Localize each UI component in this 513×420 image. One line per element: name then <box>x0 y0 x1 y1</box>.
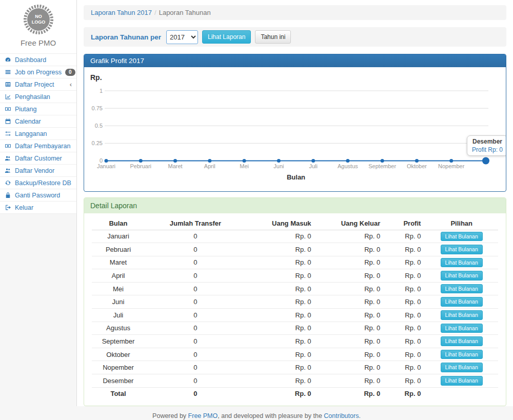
cell-uang-keluar: Rp. 0 <box>315 309 385 322</box>
sidebar-item-keluar[interactable]: Keluar <box>0 202 76 214</box>
cell-profit: Rp. 0 <box>384 374 425 388</box>
table-row: Januari0Rp. 0Rp. 0Rp. 0Lihat Bulanan <box>92 230 498 243</box>
lihat-bulanan-button[interactable]: Lihat Bulanan <box>441 284 483 294</box>
cell-uang-keluar: Rp. 0 <box>315 335 385 348</box>
table-row: April0Rp. 0Rp. 0Rp. 0Lihat Bulanan <box>92 269 498 283</box>
cell-uang-masuk: Rp. 0 <box>246 335 315 348</box>
table-row: September0Rp. 0Rp. 0Rp. 0Lihat Bulanan <box>92 335 498 348</box>
cell-jumlah-transfer: 0 <box>145 243 246 256</box>
cell-pilihan: Lihat Bulanan <box>425 348 498 361</box>
total-uang-masuk: Rp. 0 <box>246 387 315 399</box>
cell-profit: Rp. 0 <box>384 322 425 335</box>
cell-uang-keluar: Rp. 0 <box>315 322 385 335</box>
footer: Powered by Free PMO, and developed with … <box>0 406 513 420</box>
sidebar-item-label: Daftar Project <box>15 81 54 88</box>
lihat-bulanan-button[interactable]: Lihat Bulanan <box>441 271 483 281</box>
total-pilihan-empty <box>425 387 498 399</box>
lihat-bulanan-button[interactable]: Lihat Bulanan <box>441 297 483 307</box>
cell-pilihan: Lihat Bulanan <box>425 269 498 283</box>
tahun-ini-button[interactable]: Tahun ini <box>255 30 291 44</box>
svg-text:Oktober: Oktober <box>407 163 427 169</box>
table-row: Desember0Rp. 0Rp. 0Rp. 0Lihat Bulanan <box>92 374 498 388</box>
sidebar-item-label: Keluar <box>15 204 33 211</box>
refresh-icon <box>5 179 11 186</box>
cell-uang-keluar: Rp. 0 <box>315 348 385 361</box>
cell-bulan: Oktober <box>92 348 145 361</box>
cell-jumlah-transfer: 0 <box>145 256 246 269</box>
table-row: Mei0Rp. 0Rp. 0Rp. 0Lihat Bulanan <box>92 282 498 295</box>
sidebar-item-dashboard[interactable]: Dashboard <box>0 54 76 66</box>
cell-uang-keluar: Rp. 0 <box>315 243 385 256</box>
sidebar-item-job-on-progress[interactable]: Job on Progress0 <box>0 66 76 78</box>
sidebar-item-label: Ganti Password <box>15 192 60 199</box>
svg-text:Bulan: Bulan <box>287 173 305 181</box>
svg-text:Juni: Juni <box>273 163 284 169</box>
sidebar-item-langganan[interactable]: Langganan <box>0 128 76 140</box>
chart-panel-title: Grafik Profit 2017 <box>84 54 506 67</box>
lihat-bulanan-button[interactable]: Lihat Bulanan <box>441 258 483 268</box>
sidebar: NO LOGO Free PMO DashboardJob on Progres… <box>0 0 76 214</box>
sidebar-item-daftar-pembayaran[interactable]: Daftar Pembayaran <box>0 140 76 152</box>
cell-profit: Rp. 0 <box>384 295 425 309</box>
tasks-icon <box>5 69 11 75</box>
sidebar-item-daftar-project[interactable]: Daftar Project‹ <box>0 78 76 91</box>
cell-profit: Rp. 0 <box>384 309 425 322</box>
sidebar-item-backup-restore-db[interactable]: Backup/Restore DB <box>0 177 76 189</box>
cell-uang-keluar: Rp. 0 <box>315 374 385 388</box>
breadcrumb-link[interactable]: Laporan Tahun 2017 <box>91 9 152 16</box>
breadcrumb-separator: / <box>152 9 159 16</box>
sidebar-item-penghasilan[interactable]: Penghasilan <box>0 91 76 103</box>
sidebar-item-label: Job on Progress <box>15 69 62 76</box>
lihat-bulanan-button[interactable]: Lihat Bulanan <box>441 363 483 372</box>
lihat-bulanan-button[interactable]: Lihat Bulanan <box>441 245 483 254</box>
lihat-bulanan-button[interactable]: Lihat Bulanan <box>441 232 483 242</box>
column-header: Jumlah Transfer <box>145 217 246 230</box>
sidebar-item-daftar-customer[interactable]: Daftar Customer <box>0 152 76 165</box>
cell-jumlah-transfer: 0 <box>145 322 246 335</box>
lihat-bulanan-button[interactable]: Lihat Bulanan <box>441 350 483 359</box>
cell-uang-masuk: Rp. 0 <box>246 243 315 256</box>
sidebar-item-label: Penghasilan <box>15 93 50 101</box>
footer-text: . <box>359 412 360 419</box>
svg-text:Januari: Januari <box>97 163 115 169</box>
sidebar-item-calendar[interactable]: Calendar <box>0 115 76 128</box>
svg-text:0.25: 0.25 <box>92 140 103 146</box>
cell-uang-masuk: Rp. 0 <box>246 348 315 361</box>
sidebar-item-daftar-vendor[interactable]: Daftar Vendor <box>0 165 76 177</box>
cell-uang-keluar: Rp. 0 <box>315 230 385 243</box>
cell-bulan: Nopember <box>92 361 145 374</box>
lihat-laporan-button[interactable]: Lihat Laporan <box>202 30 251 44</box>
cell-jumlah-transfer: 0 <box>145 295 246 309</box>
sidebar-item-piutang[interactable]: Piutang <box>0 103 76 115</box>
cell-pilihan: Lihat Bulanan <box>425 243 498 256</box>
contributors-link[interactable]: Contributors <box>324 412 359 419</box>
year-select[interactable]: 2017 <box>166 30 198 44</box>
breadcrumb-current: Laporan Tahunan <box>159 9 211 16</box>
lihat-bulanan-button[interactable]: Lihat Bulanan <box>441 376 483 386</box>
cell-jumlah-transfer: 0 <box>145 282 246 295</box>
total-profit: Rp. 0 <box>384 387 425 399</box>
lihat-bulanan-button[interactable]: Lihat Bulanan <box>441 324 483 333</box>
free-pmo-link[interactable]: Free PMO <box>188 412 218 419</box>
lihat-bulanan-button[interactable]: Lihat Bulanan <box>441 336 483 346</box>
sidebar-item-label: Langganan <box>15 130 47 137</box>
column-header: Uang Keluar <box>315 217 385 230</box>
cell-bulan: Pebruari <box>92 243 145 256</box>
count-badge: 0 <box>65 69 75 76</box>
footer-text: Powered by <box>152 412 188 419</box>
sidebar-menu: DashboardJob on Progress0Daftar Project‹… <box>0 53 76 214</box>
cell-pilihan: Lihat Bulanan <box>425 309 498 322</box>
cell-jumlah-transfer: 0 <box>145 269 246 283</box>
column-header: Uang Masuk <box>246 217 315 230</box>
detail-report-table: BulanJumlah TransferUang MasukUang Kelua… <box>92 217 498 399</box>
sidebar-item-ganti-password[interactable]: Ganti Password <box>0 189 76 202</box>
cell-jumlah-transfer: 0 <box>145 374 246 388</box>
table-icon <box>5 81 11 88</box>
brand-name: Free PMO <box>0 38 76 50</box>
lihat-bulanan-button[interactable]: Lihat Bulanan <box>441 310 483 320</box>
svg-text:1: 1 <box>100 88 103 94</box>
table-row: Pebruari0Rp. 0Rp. 0Rp. 0Lihat Bulanan <box>92 243 498 256</box>
exchange-icon <box>5 130 11 137</box>
cell-uang-masuk: Rp. 0 <box>246 282 315 295</box>
cell-bulan: Agustus <box>92 322 145 335</box>
